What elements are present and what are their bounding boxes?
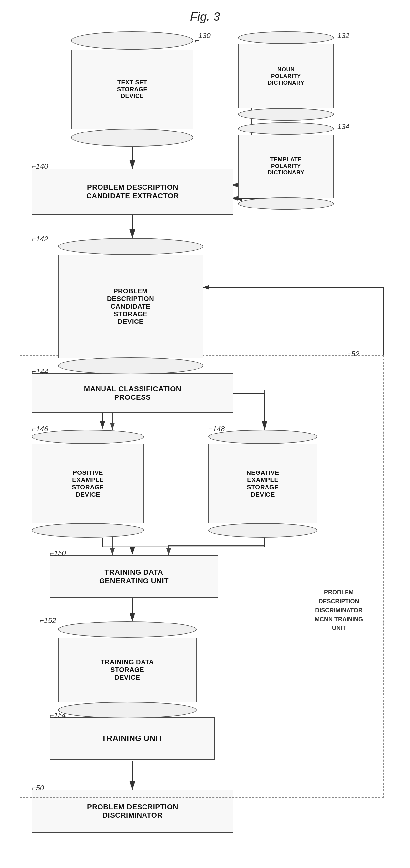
ref-140: ⌐140 [32, 162, 48, 170]
cyl-top-candidate [58, 238, 203, 255]
dashed-training-box [20, 355, 384, 798]
figure-title: Fig. 3 [190, 10, 220, 24]
noun-polarity-label: NOUNPOLARITYDICTIONARY [238, 44, 334, 108]
cyl-bottom-training-data [58, 702, 197, 718]
cyl-top-template [238, 122, 334, 135]
negative-example-label: NEGATIVEEXAMPLESTORAGEDEVICE [208, 444, 317, 523]
diagram: Fig. 3 TEXT SETSTORAGEDEVICE 130 ⌐ NOUNP… [0, 0, 410, 868]
ref-52: ⌐52 [347, 349, 359, 358]
ref-134: 134 [337, 122, 350, 131]
cyl-bottom-noun [238, 108, 334, 121]
text-set-storage-cylinder: TEXT SETSTORAGEDEVICE [71, 31, 194, 147]
text-set-storage-label: TEXT SETSTORAGEDEVICE [71, 50, 194, 129]
template-polarity-label: TEMPLATEPOLARITYDICTIONARY [238, 135, 334, 197]
cyl-top-positive [32, 430, 144, 444]
cyl-top-text-set [71, 31, 194, 50]
ref-142: ⌐142 [32, 235, 48, 243]
cyl-bottom-text-set [71, 128, 194, 147]
cyl-bottom-positive [32, 523, 144, 537]
ref-132: 132 [337, 31, 350, 40]
positive-example-cylinder: POSITIVEEXAMPLESTORAGEDEVICE [32, 430, 144, 537]
cyl-top-noun [238, 31, 334, 44]
cyl-bottom-template [238, 197, 334, 210]
cyl-bottom-candidate [58, 357, 203, 374]
candidate-extractor-box: PROBLEM DESCRIPTIONCANDIDATE EXTRACTOR [32, 168, 233, 215]
side-label-mcnn: PROBLEMDESCRIPTIONDISCRIMINATORMCNN TRAI… [298, 588, 380, 633]
ref-130: 130 [198, 31, 211, 40]
template-polarity-cylinder: TEMPLATEPOLARITYDICTIONARY [238, 122, 334, 210]
noun-polarity-cylinder: NOUNPOLARITYDICTIONARY [238, 31, 334, 121]
cyl-top-negative [208, 430, 317, 444]
negative-example-cylinder: NEGATIVEEXAMPLESTORAGEDEVICE [208, 430, 317, 537]
cyl-bottom-negative [208, 523, 317, 537]
positive-example-label: POSITIVEEXAMPLESTORAGEDEVICE [32, 444, 144, 523]
training-data-storage-label: TRAINING DATASTORAGEDEVICE [58, 638, 197, 702]
cyl-top-training-data [58, 621, 197, 638]
candidate-storage-label: PROBLEMDESCRIPTIONCANDIDATESTORAGEDEVICE [58, 255, 203, 358]
candidate-storage-cylinder: PROBLEMDESCRIPTIONCANDIDATESTORAGEDEVICE [58, 238, 203, 374]
